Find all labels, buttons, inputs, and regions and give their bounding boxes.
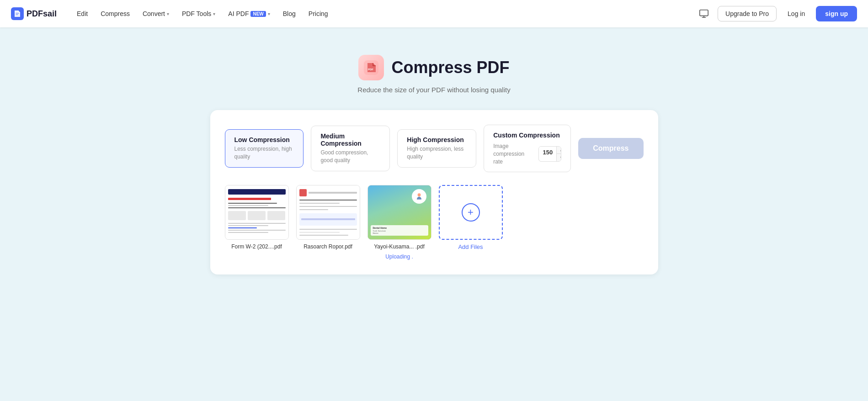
main-content: PDF Compress PDF Reduce the size of your… bbox=[0, 27, 868, 293]
tab-low-compression[interactable]: Low Compression Less compression, high q… bbox=[225, 129, 304, 168]
medium-compression-desc: Good compression, good quality bbox=[320, 149, 380, 164]
nav-actions: Upgrade to Pro Log in sign up bbox=[696, 5, 857, 22]
page-header: PDF Compress PDF Reduce the size of your… bbox=[357, 55, 510, 94]
main-card: Low Compression Less compression, high q… bbox=[210, 110, 658, 274]
custom-compression-inner: Image compression rate 150 ▲ ▼ bbox=[493, 142, 561, 165]
logo-text: PDFsail bbox=[27, 9, 57, 19]
ai-pdf-chevron-icon: ▾ bbox=[268, 11, 270, 16]
medium-compression-title: Medium Compression bbox=[320, 132, 380, 147]
svg-point-3 bbox=[417, 194, 421, 197]
decrement-button[interactable]: ▼ bbox=[557, 154, 561, 161]
logo[interactable]: PDFsail bbox=[11, 7, 57, 20]
tab-medium-compression[interactable]: Medium Compression Good compression, goo… bbox=[311, 126, 390, 171]
files-grid: Form W-2 (202....pdf bbox=[225, 185, 644, 260]
nav-compress[interactable]: Compress bbox=[95, 6, 135, 21]
list-item: Dental Home Teeth Substitute Market Yayo… bbox=[367, 185, 431, 260]
upgrade-button[interactable]: Upgrade to Pro bbox=[718, 6, 777, 21]
compression-value: 150 bbox=[539, 147, 556, 158]
svg-text:PDF: PDF bbox=[368, 68, 373, 71]
compress-pdf-icon: PDF bbox=[358, 55, 384, 80]
svg-rect-0 bbox=[700, 10, 708, 16]
list-item: Rasoarch Ropor.pdf bbox=[296, 185, 360, 260]
tab-custom-compression[interactable]: Custom Compression Image compression rat… bbox=[484, 125, 571, 172]
file-name-1: Form W-2 (202....pdf bbox=[231, 243, 282, 250]
nav-links: Edit Compress Convert ▾ PDF Tools ▾ AI P… bbox=[71, 6, 696, 21]
nav-convert[interactable]: Convert ▾ bbox=[137, 6, 175, 21]
navbar: PDFsail Edit Compress Convert ▾ PDF Tool… bbox=[0, 0, 868, 27]
nav-pricing[interactable]: Pricing bbox=[303, 6, 334, 21]
add-files-button[interactable]: + bbox=[439, 185, 503, 240]
add-files-wrapper: + Add Files bbox=[439, 185, 503, 260]
list-item: Form W-2 (202....pdf bbox=[225, 185, 289, 260]
tab-high-compression[interactable]: High Compression High compression, less … bbox=[397, 129, 476, 168]
file-preview-1 bbox=[225, 185, 288, 239]
login-button[interactable]: Log in bbox=[782, 6, 810, 21]
custom-compression-label: Image compression rate bbox=[493, 142, 534, 165]
file-name-2: Rasoarch Ropor.pdf bbox=[304, 243, 352, 250]
nav-ai-pdf[interactable]: AI PDF NEW ▾ bbox=[223, 6, 275, 21]
pdf-tools-chevron-icon: ▾ bbox=[213, 11, 215, 16]
high-compression-desc: High compression, less quality bbox=[407, 145, 467, 161]
monitor-icon[interactable] bbox=[696, 5, 712, 22]
nav-blog[interactable]: Blog bbox=[277, 6, 301, 21]
number-arrows: ▲ ▼ bbox=[556, 147, 561, 161]
file-preview-2 bbox=[297, 185, 360, 239]
file-thumbnail-2 bbox=[296, 185, 360, 240]
file-thumbnail-3: Dental Home Teeth Substitute Market bbox=[367, 185, 431, 240]
nav-edit[interactable]: Edit bbox=[71, 6, 93, 21]
yayoi-preview: Dental Home Teeth Substitute Market bbox=[368, 185, 431, 239]
ai-pdf-badge: NEW bbox=[250, 11, 266, 17]
convert-chevron-icon: ▾ bbox=[167, 11, 169, 16]
file-status-3: Uploading . bbox=[385, 253, 413, 260]
low-compression-title: Low Compression bbox=[234, 136, 294, 143]
custom-compression-title: Custom Compression bbox=[493, 132, 561, 139]
page-header-top: PDF Compress PDF bbox=[358, 55, 509, 80]
file-name-3: Yayoi-Kusama... .pdf bbox=[374, 243, 425, 250]
high-compression-title: High Compression bbox=[407, 136, 467, 143]
nav-pdf-tools[interactable]: PDF Tools ▾ bbox=[176, 6, 221, 21]
compression-options: Low Compression Less compression, high q… bbox=[225, 125, 644, 172]
page-subtitle: Reduce the size of your PDF without losi… bbox=[357, 86, 510, 94]
compress-button[interactable]: Compress bbox=[578, 138, 643, 159]
logo-icon bbox=[11, 7, 24, 20]
add-icon: + bbox=[462, 203, 480, 222]
number-input-container: 150 ▲ ▼ bbox=[538, 146, 561, 162]
page-title: Compress PDF bbox=[391, 58, 509, 77]
low-compression-desc: Less compression, high quality bbox=[234, 145, 294, 161]
increment-button[interactable]: ▲ bbox=[557, 147, 561, 154]
add-files-label[interactable]: Add Files bbox=[458, 243, 483, 250]
file-thumbnail-1 bbox=[225, 185, 289, 240]
signup-button[interactable]: sign up bbox=[816, 6, 857, 21]
